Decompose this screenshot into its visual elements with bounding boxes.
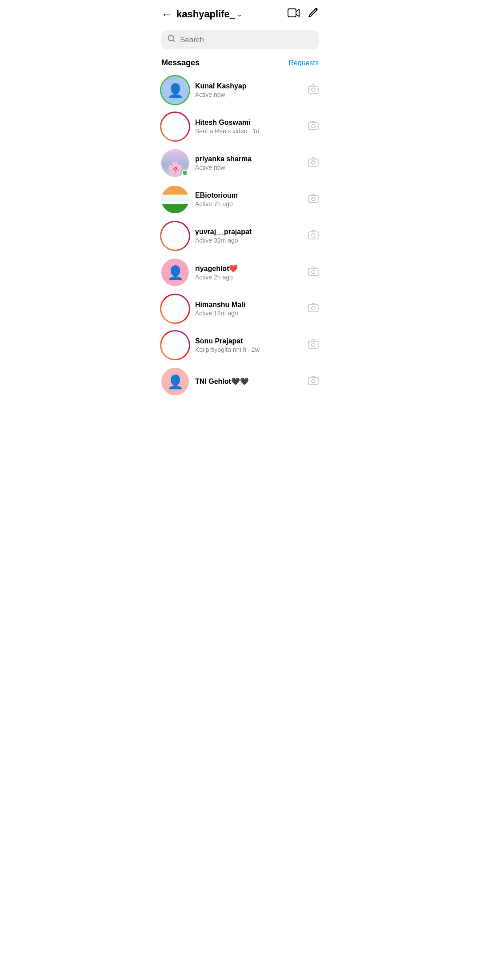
list-item[interactable]: 👤 Kunal Kashyap Active now <box>153 72 327 108</box>
avatar-wrap: 👤 <box>161 331 189 359</box>
contact-name: Kunal Kashyap <box>195 82 302 90</box>
message-preview: Active 2h ago <box>195 274 302 281</box>
contact-name: riyagehlot❤️ <box>195 264 302 273</box>
svg-point-15 <box>312 307 315 310</box>
compose-button[interactable] <box>307 7 319 21</box>
avatar-wrap: 👤 <box>161 222 189 250</box>
message-info: yuvraj__prajapat Active 32m ago <box>195 228 302 244</box>
username-row[interactable]: kashyaplife_ ⌄ <box>176 8 242 20</box>
story-ring <box>160 112 190 142</box>
section-header: Messages Requests <box>153 56 327 72</box>
message-preview: Active now <box>195 164 302 171</box>
message-info: riyagehlot❤️ Active 2h ago <box>195 264 302 281</box>
message-preview: Active 32m ago <box>195 237 302 244</box>
svg-rect-14 <box>308 305 318 312</box>
camera-icon[interactable] <box>308 230 319 242</box>
svg-point-13 <box>312 270 315 274</box>
list-item[interactable]: 👤 TNI Gehlot🖤🖤 <box>153 363 327 400</box>
search-container <box>153 26 327 56</box>
search-input[interactable] <box>180 36 312 44</box>
contact-name: EBiotorioum <box>195 191 302 199</box>
list-item[interactable]: Himanshu Mali Active 18m ago <box>153 291 327 327</box>
camera-icon[interactable] <box>308 339 319 351</box>
svg-point-5 <box>312 124 315 128</box>
message-preview: Active now <box>195 91 302 98</box>
story-ring <box>160 330 190 360</box>
story-ring <box>160 221 190 251</box>
message-info: priyanka sharma Active now <box>195 155 302 171</box>
svg-rect-4 <box>308 123 318 130</box>
avatar: 👤 <box>161 368 189 395</box>
contact-name: priyanka sharma <box>195 155 302 163</box>
list-item[interactable]: 👤 yuvraj__prajapat Active 32m ago <box>153 218 327 254</box>
list-item[interactable]: EBiotorioum Active 7h ago <box>153 181 327 218</box>
message-list: 👤 Kunal Kashyap Active now 👤 Hitesh Gosw… <box>153 72 327 400</box>
message-info: Sonu Prajapat Koi prtiyogita nhi h · 2w <box>195 337 302 353</box>
camera-icon[interactable] <box>308 375 319 388</box>
svg-point-17 <box>312 343 315 347</box>
avatar-wrap: 👤 <box>161 259 189 286</box>
svg-rect-6 <box>308 159 318 166</box>
search-icon <box>168 35 176 45</box>
svg-rect-12 <box>308 268 318 275</box>
avatar-wrap: 🌸 <box>161 149 189 177</box>
contact-name: Himanshu Mali <box>195 301 302 309</box>
message-info: Himanshu Mali Active 18m ago <box>195 301 302 317</box>
username-label: kashyaplife_ <box>176 8 235 20</box>
svg-rect-18 <box>308 378 318 385</box>
avatar-wrap: 👤 <box>161 76 189 104</box>
message-info: Hitesh Goswami Sent a Reels video · 1d <box>195 119 302 135</box>
list-item[interactable]: 👤 riyagehlot❤️ Active 2h ago <box>153 254 327 291</box>
svg-rect-16 <box>308 341 318 348</box>
message-preview: Active 18m ago <box>195 310 302 317</box>
messages-title: Messages <box>161 58 200 68</box>
svg-rect-2 <box>308 86 318 93</box>
message-info: TNI Gehlot🖤🖤 <box>195 377 302 386</box>
camera-icon[interactable] <box>308 84 319 96</box>
contact-name: Hitesh Goswami <box>195 119 302 127</box>
avatar-wrap: 👤 <box>161 368 189 395</box>
svg-point-7 <box>312 161 315 164</box>
list-item[interactable]: 🌸 priyanka sharma Active now <box>153 145 327 181</box>
story-ring <box>160 294 190 324</box>
camera-icon[interactable] <box>308 120 319 133</box>
contact-name: TNI Gehlot🖤🖤 <box>195 377 302 386</box>
list-item[interactable]: 👤 Hitesh Goswami Sent a Reels video · 1d <box>153 108 327 145</box>
active-dot <box>182 170 188 176</box>
svg-point-19 <box>312 379 315 383</box>
svg-point-11 <box>312 234 315 237</box>
svg-rect-0 <box>288 9 296 17</box>
list-item[interactable]: 👤 Sonu Prajapat Koi prtiyogita nhi h · 2… <box>153 327 327 363</box>
avatar-wrap <box>161 295 189 323</box>
story-ring <box>160 75 190 105</box>
svg-point-9 <box>312 197 315 201</box>
header-left: ← kashyaplife_ ⌄ <box>161 8 242 20</box>
camera-icon[interactable] <box>308 193 319 206</box>
camera-icon[interactable] <box>308 303 319 315</box>
requests-button[interactable]: Requests <box>288 59 319 67</box>
camera-icon[interactable] <box>308 266 319 279</box>
contact-name: Sonu Prajapat <box>195 337 302 345</box>
svg-point-3 <box>312 88 315 92</box>
header-right <box>288 7 319 21</box>
search-bar[interactable] <box>161 30 319 49</box>
svg-rect-8 <box>308 195 318 203</box>
back-button[interactable]: ← <box>161 8 172 20</box>
camera-icon[interactable] <box>308 157 319 169</box>
message-preview: Sent a Reels video · 1d <box>195 127 302 135</box>
avatar <box>161 186 189 213</box>
svg-rect-10 <box>308 232 318 239</box>
header: ← kashyaplife_ ⌄ <box>153 0 327 26</box>
avatar-wrap: 👤 <box>161 113 189 140</box>
message-info: Kunal Kashyap Active now <box>195 82 302 98</box>
message-preview: Active 7h ago <box>195 200 302 207</box>
message-info: EBiotorioum Active 7h ago <box>195 191 302 207</box>
chevron-down-icon: ⌄ <box>237 11 242 18</box>
contact-name: yuvraj__prajapat <box>195 228 302 236</box>
avatar: 👤 <box>161 259 189 286</box>
video-button[interactable] <box>288 8 300 21</box>
message-preview: Koi prtiyogita nhi h · 2w <box>195 346 302 353</box>
avatar-wrap <box>161 186 189 213</box>
